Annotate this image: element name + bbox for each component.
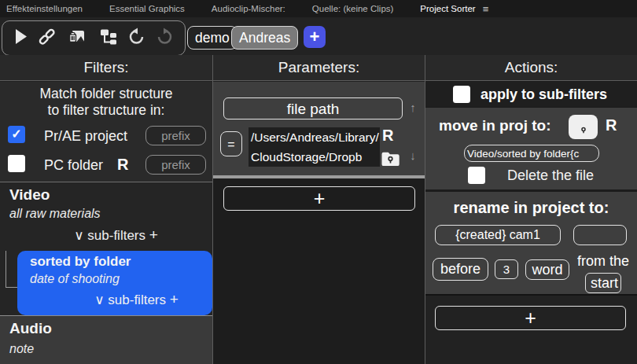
before-toggle-button[interactable]: before — [433, 258, 488, 281]
equals-operator-button[interactable]: = — [220, 131, 242, 156]
tab-project-sorter-label: Project Sorter — [420, 4, 475, 13]
start-toggle-button[interactable]: start — [585, 273, 621, 293]
word-unit-button[interactable]: word — [525, 259, 569, 280]
delete-file-label: Delete the file — [507, 167, 594, 184]
delete-media-icon[interactable] — [67, 27, 87, 46]
actions-column: Actions: apply to sub-filters move in pr… — [425, 55, 637, 364]
folder-pin-icon — [574, 120, 593, 138]
file-path-parameter-block: file path ↑ = /Users/Andreas/Library/Clo… — [213, 82, 425, 175]
selected-subfilters-row: ∨ sub-filters + — [17, 291, 212, 308]
redo-icon[interactable] — [155, 27, 175, 46]
play-icon[interactable] — [10, 27, 30, 46]
pc-folder-label: PC folder — [44, 157, 103, 174]
add-subfilter-icon[interactable]: + — [170, 291, 179, 307]
param-type-button[interactable]: file path — [223, 97, 403, 119]
actions-bottom-area: + — [425, 294, 637, 364]
tab-effekteinstellungen[interactable]: Effekteinstellungen — [6, 4, 83, 13]
video-filter-subtitle: all raw materials — [9, 207, 101, 221]
add-action-button[interactable]: + — [435, 306, 626, 330]
selected-subfilter-title: sorted by folder — [30, 254, 131, 270]
panel-tab-bar: Effekteinstellungen Essential Graphics A… — [0, 0, 637, 17]
move-param-down-icon[interactable]: ↓ — [407, 149, 419, 162]
video-filter-title: Video — [9, 186, 50, 204]
parameters-bottom-area: + — [213, 178, 425, 364]
parameters-header: Parameters: — [213, 55, 425, 81]
audio-filter-section[interactable]: Audio note — [0, 315, 212, 364]
word-count-input[interactable] — [495, 259, 518, 279]
folder-picker-icon[interactable] — [380, 149, 401, 168]
tab-audioclip-mischer[interactable]: Audioclip-Mischer: — [212, 4, 285, 13]
video-subfilters-row: ∨ sub-filters + — [0, 226, 212, 244]
move-param-up-icon[interactable]: ↑ — [407, 101, 419, 114]
tab-project-sorter[interactable]: Project Sorter ≡ — [420, 3, 488, 15]
add-parameter-button[interactable]: + — [223, 186, 415, 211]
actions-header: Actions: — [425, 55, 637, 81]
match-line1: Match folder structure — [0, 86, 212, 102]
match-line2: to filter structure in: — [0, 102, 212, 119]
from-the-label: from the — [572, 253, 635, 270]
chevron-down-icon[interactable]: ∨ — [94, 292, 104, 307]
match-folder-section: Match folder structure to filter structu… — [0, 82, 212, 182]
delete-file-checkbox[interactable] — [468, 167, 485, 184]
project-sorter-panel: Effekteinstellungen Essential Graphics A… — [0, 0, 637, 364]
video-subfilters-label: sub-filters — [87, 228, 145, 243]
preset-demo-button[interactable]: demo — [187, 26, 237, 50]
parameters-column: Parameters: file path ↑ = /Users/Andreas… — [212, 55, 425, 364]
rename-pattern-input[interactable] — [435, 225, 561, 245]
add-subfilter-icon[interactable]: + — [149, 226, 158, 243]
move-folder-picker-button[interactable] — [569, 115, 598, 139]
audio-filter-subtitle: note — [9, 342, 34, 356]
audio-filter-title: Audio — [9, 320, 52, 337]
tab-quelle[interactable]: Quelle: (keine Clips) — [312, 4, 394, 13]
prae-project-label: Pr/AE project — [44, 128, 127, 145]
move-r-button[interactable]: R — [606, 116, 617, 134]
tree-connector-line — [6, 287, 17, 288]
undo-icon[interactable] — [127, 27, 146, 46]
apply-to-subfilters-row: apply to sub-filters — [425, 82, 637, 107]
tab-essential-graphics[interactable]: Essential Graphics — [109, 4, 185, 13]
filters-header: Filters: — [0, 55, 212, 81]
preset-andreas-button[interactable]: Andreas — [231, 26, 298, 50]
rename-in-project-label: rename in project to: — [425, 199, 637, 217]
selected-subfilters-label: sub-filters — [108, 292, 166, 307]
tree-connector-line — [6, 251, 6, 287]
apply-to-subfilters-label: apply to sub-filters — [481, 82, 607, 107]
add-preset-button[interactable]: + — [304, 26, 326, 48]
chevron-down-icon[interactable]: ∨ — [74, 228, 83, 243]
rename-action-block: rename in project to: before word from t… — [425, 192, 637, 294]
selected-subfilter-subtitle: date of shooting — [30, 272, 120, 286]
move-action-block: move in proj to: R Delete the file — [425, 108, 637, 189]
param-r-button[interactable]: R — [382, 127, 393, 145]
move-in-proj-label: move in proj to: — [439, 117, 551, 134]
prae-prefix-input[interactable] — [145, 126, 206, 145]
pc-prefix-input[interactable] — [145, 155, 206, 175]
filters-column: Filters: Match folder structure to filte… — [0, 55, 212, 364]
panel-menu-icon[interactable]: ≡ — [483, 3, 489, 15]
prae-project-checkbox[interactable]: ✓ — [8, 126, 25, 143]
pc-folder-r-button[interactable]: R — [117, 156, 128, 174]
match-folder-text: Match folder structure to filter structu… — [0, 86, 212, 119]
apply-to-subfilters-checkbox[interactable] — [453, 86, 470, 103]
video-filter-section[interactable]: Video all raw materials ∨ sub-filters + … — [0, 182, 212, 315]
pc-folder-checkbox[interactable] — [8, 155, 25, 172]
selected-subfilter-sorted-by-folder[interactable]: sorted by folder date of shooting ∨ sub-… — [17, 251, 212, 315]
file-path-value-textarea[interactable]: /Users/Andreas/Library/CloudStorage/Drop… — [249, 127, 380, 167]
move-destination-input[interactable] — [464, 145, 599, 162]
toolbar: demo Andreas + — [0, 17, 637, 55]
link-icon[interactable] — [37, 27, 57, 46]
rename-secondary-input[interactable] — [573, 225, 627, 245]
tree-structure-icon[interactable] — [98, 27, 118, 46]
